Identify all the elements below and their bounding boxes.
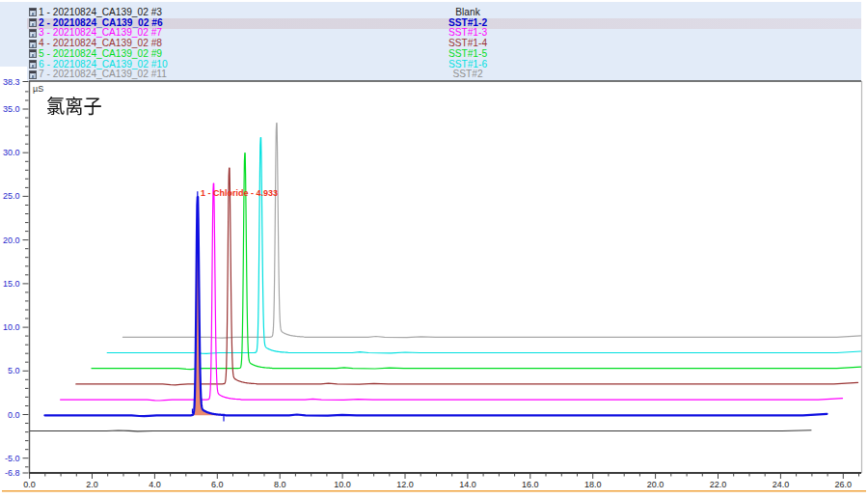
svg-text:8.0: 8.0 bbox=[274, 480, 286, 489]
svg-text:22.0: 22.0 bbox=[710, 480, 727, 489]
svg-text:18.0: 18.0 bbox=[584, 480, 602, 489]
svg-text:15.0: 15.0 bbox=[3, 279, 20, 289]
svg-text:6.0: 6.0 bbox=[211, 480, 224, 489]
svg-text:24.0: 24.0 bbox=[773, 480, 790, 489]
svg-text:0.0: 0.0 bbox=[8, 410, 20, 420]
svg-text:38.3: 38.3 bbox=[3, 77, 20, 87]
svg-text:20.0: 20.0 bbox=[647, 480, 665, 489]
svg-text:16.0: 16.0 bbox=[522, 480, 539, 489]
svg-text:0.0: 0.0 bbox=[23, 480, 36, 489]
svg-text:1 - Chloride - 4.933: 1 - Chloride - 4.933 bbox=[201, 188, 278, 198]
svg-text:-5.0: -5.0 bbox=[5, 454, 20, 463]
svg-text:-6.8: -6.8 bbox=[5, 468, 20, 478]
svg-text:25.0: 25.0 bbox=[3, 191, 20, 201]
svg-text:µS: µS bbox=[33, 84, 43, 94]
svg-text:5.0: 5.0 bbox=[8, 366, 20, 375]
svg-text:12.0: 12.0 bbox=[396, 480, 414, 489]
svg-text:26.0: 26.0 bbox=[835, 480, 853, 489]
svg-text:20.0: 20.0 bbox=[3, 236, 20, 245]
svg-text:35.0: 35.0 bbox=[3, 104, 20, 114]
svg-text:4.0: 4.0 bbox=[149, 480, 161, 489]
svg-text:2.0: 2.0 bbox=[86, 480, 98, 489]
svg-text:14.0: 14.0 bbox=[459, 480, 476, 489]
svg-text:10.0: 10.0 bbox=[334, 480, 351, 489]
svg-text:30.0: 30.0 bbox=[3, 148, 20, 157]
svg-text:10.0: 10.0 bbox=[3, 322, 20, 332]
